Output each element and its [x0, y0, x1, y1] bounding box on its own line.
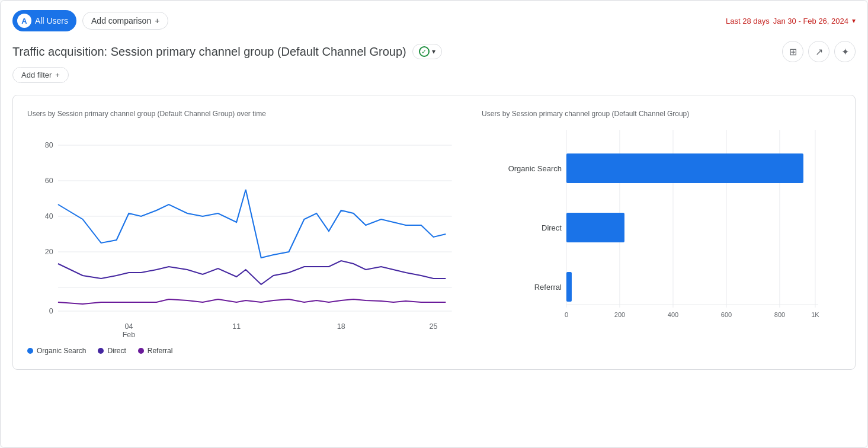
svg-rect-25	[566, 213, 624, 242]
add-filter-button[interactable]: Add filter +	[12, 67, 69, 83]
sparkle-icon: ✦	[841, 46, 849, 57]
legend-label-referral: Referral	[148, 347, 173, 355]
svg-text:40: 40	[45, 212, 53, 220]
top-bar: A All Users Add comparison + Last 28 day…	[12, 10, 856, 31]
left-top: A All Users Add comparison +	[12, 10, 168, 31]
plus-icon: +	[155, 16, 159, 25]
svg-text:20: 20	[45, 248, 53, 256]
chevron-down-icon: ▾	[852, 17, 856, 25]
svg-text:200: 200	[614, 311, 625, 318]
legend-label-organic: Organic Search	[37, 347, 86, 355]
date-value: Jan 30 - Feb 26, 2024	[773, 17, 848, 25]
add-filter-label: Add filter	[21, 71, 52, 79]
svg-text:800: 800	[774, 311, 785, 318]
bar-chart-section: Users by Session primary channel group (…	[482, 110, 841, 355]
date-prefix: Last 28 days	[726, 17, 770, 25]
title-row: Traffic acquisition: Session primary cha…	[12, 41, 856, 62]
svg-text:80: 80	[45, 141, 53, 149]
svg-text:11: 11	[232, 322, 241, 331]
sparkle-button[interactable]: ✦	[834, 41, 856, 62]
line-chart-section: Users by Session primary channel group (…	[27, 110, 458, 355]
all-users-label: All Users	[35, 16, 68, 25]
legend-dot-direct	[98, 348, 104, 354]
plus-icon: +	[55, 71, 60, 79]
verified-badge[interactable]: ✓ ▾	[412, 44, 442, 59]
svg-text:0: 0	[565, 311, 568, 318]
svg-text:0: 0	[49, 307, 53, 315]
chart-legend: Organic Search Direct Referral	[27, 347, 458, 355]
add-comparison-label: Add comparison	[91, 16, 151, 25]
svg-text:Feb: Feb	[123, 331, 136, 339]
date-range[interactable]: Last 28 days Jan 30 - Feb 26, 2024 ▾	[726, 17, 856, 25]
svg-text:Referral: Referral	[534, 283, 562, 292]
line-chart-subtitle: Users by Session primary channel group (…	[27, 110, 458, 118]
charts-container: Users by Session primary channel group (…	[12, 95, 856, 370]
legend-organic-search: Organic Search	[27, 347, 86, 355]
svg-rect-23	[566, 153, 803, 183]
line-chart: 80 60 40 20 0 04 Feb 11 18 25	[27, 127, 458, 341]
title-icons: ⊞ ↗ ✦	[782, 41, 856, 62]
legend-dot-referral	[138, 348, 144, 354]
svg-text:04: 04	[124, 322, 133, 331]
chevron-down-icon: ▾	[432, 47, 435, 56]
svg-text:Organic Search: Organic Search	[508, 164, 562, 173]
check-circle-icon: ✓	[419, 46, 430, 57]
legend-referral: Referral	[138, 347, 173, 355]
main-container: A All Users Add comparison + Last 28 day…	[0, 0, 868, 448]
svg-text:600: 600	[721, 311, 732, 318]
svg-text:Direct: Direct	[542, 223, 562, 232]
svg-text:400: 400	[668, 311, 678, 318]
svg-rect-27	[566, 272, 572, 302]
bar-chart-icon: ⊞	[789, 46, 797, 57]
legend-dot-organic	[27, 348, 33, 354]
share-button[interactable]: ↗	[808, 41, 829, 62]
share-icon: ↗	[815, 46, 823, 57]
bar-chart-area: Organic Search Direct Referral 0 200 400…	[482, 130, 841, 331]
legend-direct: Direct	[98, 347, 126, 355]
page-title: Traffic acquisition: Session primary cha…	[12, 45, 406, 59]
add-comparison-button[interactable]: Add comparison +	[82, 12, 168, 30]
svg-text:60: 60	[45, 177, 53, 185]
avatar: A	[17, 14, 31, 28]
svg-text:18: 18	[337, 322, 345, 331]
legend-label-direct: Direct	[107, 347, 126, 355]
svg-text:1K: 1K	[811, 311, 819, 318]
line-chart-svg: 80 60 40 20 0 04 Feb 11 18 25	[27, 127, 458, 341]
bar-chart-svg: Organic Search Direct Referral 0 200 400…	[482, 130, 841, 331]
filter-row: Add filter +	[12, 67, 856, 83]
bar-chart-subtitle: Users by Session primary channel group (…	[482, 110, 841, 118]
all-users-chip[interactable]: A All Users	[12, 10, 76, 31]
svg-text:25: 25	[430, 322, 438, 331]
bar-chart-button[interactable]: ⊞	[782, 41, 803, 62]
